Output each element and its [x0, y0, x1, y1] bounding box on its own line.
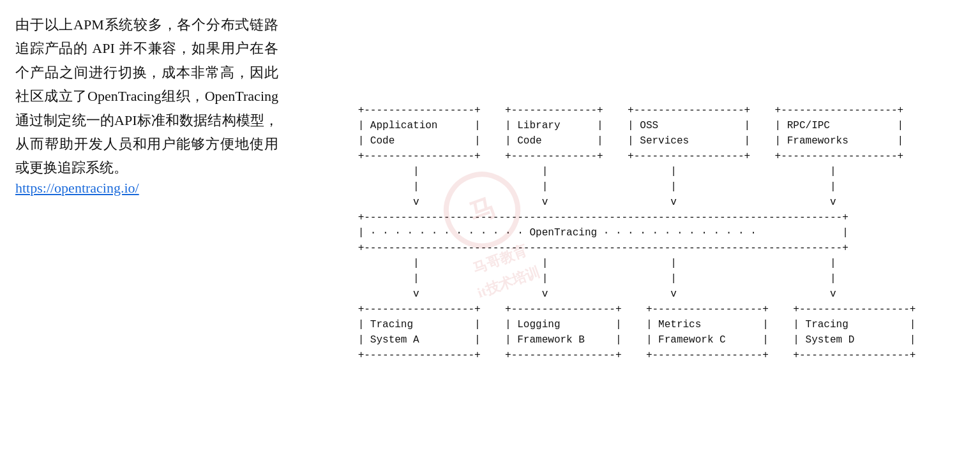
architecture-diagram: +------------------+ +--------------+ +-… — [358, 103, 916, 363]
opentracing-link[interactable]: https://opentracing.io/ — [15, 180, 139, 196]
main-paragraph: 由于以上APM系统较多，各个分布式链路追踪产品的 API 并不兼容，如果用户在各… — [15, 13, 278, 180]
left-panel: 由于以上APM系统较多，各个分布式链路追踪产品的 API 并不兼容，如果用户在各… — [0, 0, 294, 465]
right-panel: +------------------+ +--------------+ +-… — [294, 0, 980, 465]
